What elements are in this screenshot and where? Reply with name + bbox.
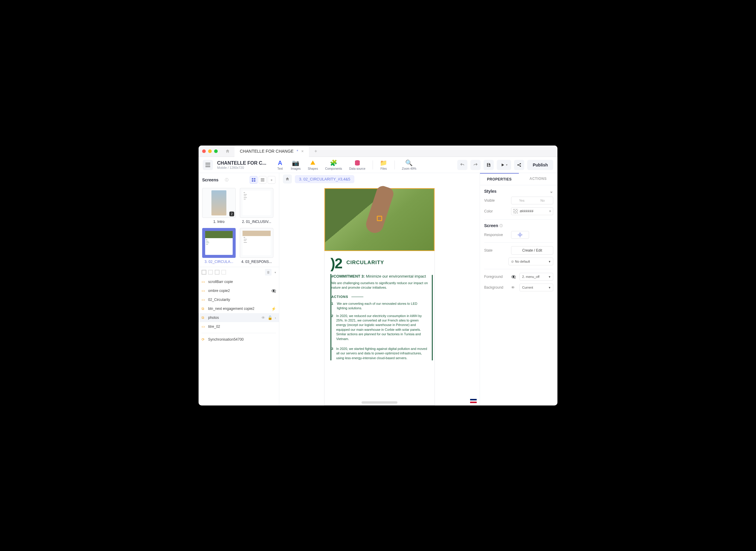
add-screen-button[interactable]: + <box>268 176 275 184</box>
close-tab-button[interactable]: × <box>301 149 303 153</box>
commitment-label: #COMMITMENT 3: <box>331 274 365 279</box>
breadcrumb-current[interactable]: 3. 02_CIRCULARITY_#3,4&5 <box>295 175 354 183</box>
layer-sync-item[interactable]: ⟳Synchronisation54700 <box>199 335 279 344</box>
responsive-label: Responsive <box>484 233 508 237</box>
save-button[interactable] <box>484 160 494 170</box>
styles-label: Styles <box>484 189 496 194</box>
help-icon[interactable]: ⓘ <box>499 223 503 228</box>
background-value: Current <box>522 286 549 289</box>
selection-handle[interactable] <box>377 216 382 221</box>
action-item: 3In 2020, we started fighting against di… <box>331 347 429 360</box>
menu-button[interactable] <box>203 160 213 170</box>
divider <box>202 333 276 333</box>
magnifier-icon: 🔍 <box>406 159 413 166</box>
screens-title: Screens <box>202 177 224 182</box>
camera-icon: 📷 <box>292 159 299 166</box>
clear-color-button[interactable]: × <box>549 209 551 213</box>
canvas[interactable]: )2 CIRCULARITY #COMMITMENT 3: Minimize o… <box>279 185 480 406</box>
minimize-window-button[interactable] <box>208 149 212 153</box>
styles-heading[interactable]: Styles⌄ <box>484 189 553 194</box>
create-edit-button[interactable]: Create / Edit <box>511 246 553 254</box>
section-title: CIRCULARITY <box>346 260 384 265</box>
foreground-dropdown[interactable]: 2. menu_off▾ <box>519 273 553 281</box>
toggle-no[interactable]: No <box>532 197 553 204</box>
sync-icon: ⟳ <box>202 337 206 342</box>
close-window-button[interactable] <box>202 149 206 153</box>
breadcrumb-home-button[interactable] <box>283 174 292 183</box>
color-field[interactable]: #FFFFFF× <box>511 207 553 215</box>
rect-icon: ▭ <box>202 289 206 293</box>
help-icon[interactable]: ⓘ <box>225 177 229 182</box>
layer-item[interactable]: ⧉photos👁🔓› <box>199 313 279 322</box>
project-title: CHANTELLE FOR C... <box>217 160 266 166</box>
thumb-label: 1. Intro <box>202 219 236 224</box>
bolt-icon: ⚡ <box>271 307 276 311</box>
datasource-tool[interactable]: Data source <box>346 159 368 170</box>
action-text: We are converting each of our renovated … <box>337 302 429 311</box>
layer-mode-icon[interactable] <box>202 270 206 274</box>
properties-tab[interactable]: PROPERTIES <box>480 173 519 185</box>
actions-tab[interactable]: ACTIONS <box>519 173 558 185</box>
expand-icon[interactable]: › <box>275 316 276 320</box>
action-number: 2 <box>331 314 333 341</box>
horizontal-scrollbar[interactable] <box>361 401 398 404</box>
chevron-down-icon: ▾ <box>549 260 550 263</box>
default-dropdown[interactable]: ⊘No default▾ <box>508 257 553 265</box>
layer-item[interactable]: ▭scrollBarr copie <box>199 277 279 286</box>
screen-thumb-4[interactable]: 03━━━━━━━━━━━━━━ 4. 03_RESPONS... <box>240 228 273 264</box>
foreground-row: Foreground 👁‍🗨 2. menu_off▾ <box>484 273 553 281</box>
add-tab-button[interactable]: + <box>314 148 317 154</box>
layer-mode-icon-4[interactable] <box>221 270 226 274</box>
publish-button[interactable]: Publish <box>527 160 553 170</box>
toggle-yes[interactable]: Yes <box>511 197 532 204</box>
home-icon <box>225 149 230 153</box>
eye-off-icon[interactable]: 👁‍🗨 <box>511 274 516 279</box>
eye-icon[interactable]: 👁 <box>511 286 516 290</box>
chevron-down-icon: ▾ <box>549 286 550 290</box>
page-preview: )2 CIRCULARITY #COMMITMENT 3: Minimize o… <box>324 188 435 406</box>
background-dropdown[interactable]: Current▾ <box>519 284 553 291</box>
layer-mode-icon-2[interactable] <box>208 270 213 274</box>
home-tab-button[interactable] <box>223 147 232 156</box>
commitment-desc: We are challenging ourselves to signific… <box>331 281 429 290</box>
hidden-icon[interactable]: 👁‍🗨 <box>271 289 276 293</box>
grid-icon <box>252 178 255 182</box>
undo-button[interactable] <box>457 160 467 170</box>
share-button[interactable] <box>514 160 524 170</box>
screen-heading: Screen ⓘ <box>484 223 553 228</box>
redo-button[interactable] <box>470 160 481 170</box>
zoom-tool-label: Zoom 49% <box>402 167 416 170</box>
layer-item[interactable]: ▭ombre copie2👁‍🗨 <box>199 286 279 295</box>
layer-mode-icon-3[interactable] <box>215 270 220 274</box>
files-tool[interactable]: 📁Files <box>377 159 390 170</box>
screen-thumb-2[interactable]: 01━━━━━━━━━━━━━━━━━ 2. 01_INCLUSIV... <box>240 188 273 224</box>
dirty-indicator: * <box>297 149 298 153</box>
responsive-button[interactable] <box>511 231 529 239</box>
uk-flag-icon[interactable] <box>470 399 477 403</box>
state-row: State Create / Edit <box>484 246 553 254</box>
hero-image-selected[interactable] <box>324 188 435 251</box>
lock-icon[interactable]: 🔓 <box>268 316 272 320</box>
screen-thumb-3[interactable]: 02━━━━━━━━━━━━ 3. 02_CIRCULA... <box>202 228 236 264</box>
left-panel: Screens ⓘ + 2 1. Intro 01━━━━━━━━━━━━━━━… <box>199 173 279 406</box>
play-button[interactable]: ▾ <box>497 160 511 170</box>
layer-item[interactable]: ▭titre_02 <box>199 322 279 331</box>
chevron-down-icon[interactable]: ▾ <box>274 271 276 274</box>
zoom-tool[interactable]: 🔍Zoom 49% <box>399 159 419 170</box>
eye-icon[interactable]: 👁 <box>261 316 265 320</box>
layer-item[interactable]: ▭02_Circularity <box>199 295 279 304</box>
main-toolbar: CHANTELLE FOR C... Mobile / 1280x720 ATe… <box>199 157 557 173</box>
text-tool[interactable]: AText <box>273 159 286 170</box>
list-view-button[interactable] <box>259 176 266 184</box>
maximize-window-button[interactable] <box>214 149 218 153</box>
screen-thumb-1[interactable]: 2 1. Intro <box>202 188 236 224</box>
shapes-tool[interactable]: Shapes <box>305 159 321 170</box>
document-tab[interactable]: CHANTELLE FOR CHANGE * × <box>234 145 309 157</box>
project-info: CHANTELLE FOR C... Mobile / 1280x720 <box>217 160 266 169</box>
visible-toggle[interactable]: YesNo <box>511 196 553 204</box>
grid-view-button[interactable] <box>250 176 257 184</box>
components-tool[interactable]: 🧩Components <box>322 159 345 170</box>
delete-layer-button[interactable]: 🗑 <box>265 269 272 276</box>
images-tool[interactable]: 📷Images <box>288 159 303 170</box>
layer-item[interactable]: ⧉btn_next engagement copie2⚡ <box>199 304 279 313</box>
